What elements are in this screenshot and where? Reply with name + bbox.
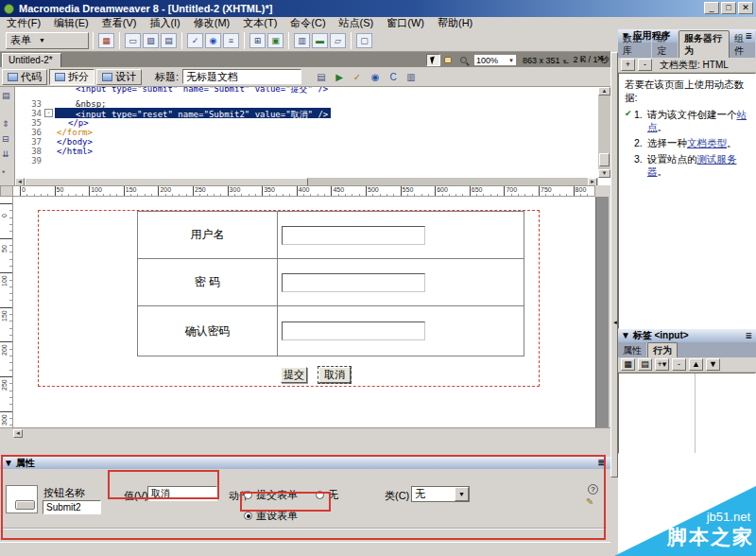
hand-tool-button[interactable] xyxy=(441,54,455,66)
code-horizontal-scrollbar[interactable]: ◄ ► xyxy=(15,178,598,185)
code-line[interactable]: <input type="reset" name="Submit2" value… xyxy=(76,109,328,121)
code-vertical-scrollbar[interactable]: ▲ ▼ xyxy=(598,87,610,178)
code-line[interactable]: </form> xyxy=(57,128,93,137)
panel-menu-icon[interactable]: ≣ xyxy=(745,331,752,340)
checkbox-icon[interactable]: ✓ xyxy=(187,33,203,48)
tab-服务器行为[interactable]: 服务器行为 xyxy=(679,30,730,58)
maximize-button[interactable]: □ xyxy=(721,2,736,14)
browser-check-icon[interactable]: ◉ xyxy=(368,70,383,84)
action-reset-radio[interactable]: 重设表单 xyxy=(244,509,298,523)
view-button-2[interactable]: 设计 xyxy=(96,69,142,85)
text-field-icon[interactable]: ▭ xyxy=(125,33,141,48)
scroll-right-icon[interactable]: ► xyxy=(588,178,597,185)
scroll-up-icon[interactable]: ▲ xyxy=(598,87,610,96)
view-options-icon[interactable]: ▥ xyxy=(404,70,419,84)
button-icon[interactable]: ▬ xyxy=(312,33,328,48)
refresh-icon[interactable]: C xyxy=(386,70,401,84)
show-set-events-icon[interactable]: ▦ xyxy=(621,358,635,371)
collapse-minus-icon[interactable]: - xyxy=(44,109,53,117)
code-scroll-thumb[interactable] xyxy=(599,153,610,166)
expand-all-icon[interactable]: ⇊ xyxy=(2,149,9,159)
design-view[interactable]: 用户名密 码确认密码 提交 取消 xyxy=(13,197,595,427)
fieldset-icon[interactable]: ▢ xyxy=(356,33,372,48)
label-icon[interactable]: ▱ xyxy=(330,33,346,48)
value-input[interactable] xyxy=(147,486,217,501)
file-field-icon[interactable]: ▥ xyxy=(294,33,310,48)
textarea-icon[interactable]: ▤ xyxy=(161,33,177,48)
menu-item-8[interactable]: 窗口(W) xyxy=(380,17,431,29)
text-input-design[interactable] xyxy=(282,273,425,292)
menu-item-9[interactable]: 帮助(H) xyxy=(431,17,479,29)
pointer-tool-button[interactable] xyxy=(426,54,440,66)
close-button[interactable]: ✕ xyxy=(738,2,753,14)
open-documents-icon[interactable]: ▤ xyxy=(2,91,10,100)
menu-item-2[interactable]: 查看(V) xyxy=(95,17,144,29)
view-button-0[interactable]: 代码 xyxy=(2,69,47,85)
step-link[interactable]: 文档类型 xyxy=(687,137,727,148)
code-hscroll-thumb[interactable] xyxy=(25,178,308,185)
design-horizontal-scrollbar[interactable]: ◄ xyxy=(0,427,610,437)
menu-item-6[interactable]: 命令(C) xyxy=(284,17,332,29)
file-management-icon[interactable]: ▤ xyxy=(314,70,329,84)
image-field-icon[interactable]: ▣ xyxy=(267,33,284,48)
dock-collapse-strip[interactable]: ◄ xyxy=(610,52,618,478)
view-button-1[interactable]: 拆分 xyxy=(49,69,94,85)
menu-item-1[interactable]: 编辑(E) xyxy=(47,17,95,29)
tab-数据库[interactable]: 数据库 xyxy=(618,31,652,58)
form-icon[interactable]: ▦ xyxy=(98,33,114,48)
tab-属性[interactable]: 属性 xyxy=(618,343,647,357)
chevron-down-icon[interactable]: ▼ xyxy=(455,487,469,501)
scroll-left-icon[interactable]: ◄ xyxy=(15,178,25,185)
scroll-down-icon[interactable]: ▼ xyxy=(598,169,610,178)
help-icon[interactable]: ? xyxy=(588,484,598,495)
menu-item-0[interactable]: 文件(F) xyxy=(0,17,47,29)
code-view[interactable]: ▤⇕⊟⇊* <input type="submit" name="Submit"… xyxy=(0,86,610,185)
collapse-selection-icon[interactable]: ⊟ xyxy=(2,134,9,144)
code-line[interactable]: </body> xyxy=(57,137,93,147)
menu-item-3[interactable]: 插入(I) xyxy=(143,17,186,29)
list-menu-icon[interactable]: ≡ xyxy=(223,33,239,48)
menu-item-7[interactable]: 站点(S) xyxy=(333,17,381,29)
tab-行为[interactable]: 行为 xyxy=(647,342,678,357)
tab-组件[interactable]: 组件 xyxy=(730,31,756,58)
quick-tag-edit-icon[interactable]: ✎ xyxy=(586,496,593,507)
hidden-field-icon[interactable]: ▨ xyxy=(143,33,159,48)
remove-behavior-button[interactable]: - xyxy=(638,59,652,71)
submit-button-design[interactable]: 提交 xyxy=(281,367,307,383)
zoom-tool-button[interactable] xyxy=(456,54,471,66)
add-behavior-button[interactable]: + xyxy=(621,59,635,71)
remove-behavior-button[interactable]: - xyxy=(672,358,686,371)
text-input-design[interactable] xyxy=(282,321,425,340)
class-dropdown[interactable]: 无 ▼ xyxy=(411,486,470,502)
show-all-events-icon[interactable]: ▤ xyxy=(638,358,652,371)
move-up-button[interactable]: ▲ xyxy=(689,358,703,371)
properties-panel-header[interactable]: ▼ 属性 ≣ xyxy=(0,457,610,469)
move-down-button[interactable]: ▼ xyxy=(706,358,720,371)
text-input-design[interactable] xyxy=(282,226,425,245)
radio-button-icon[interactable]: ◉ xyxy=(205,33,221,48)
document-title-input[interactable] xyxy=(182,69,301,84)
insert-category-dropdown[interactable]: 表单 ▼ xyxy=(6,32,89,49)
menu-item-5[interactable]: 文本(T) xyxy=(236,17,284,29)
code-line[interactable]: </html> xyxy=(57,147,93,156)
panel-menu-icon[interactable]: ≣ xyxy=(597,458,605,467)
tab-绑定[interactable]: 绑定 xyxy=(652,31,679,58)
jump-menu-icon[interactable]: ⊞ xyxy=(249,33,266,48)
action-none-radio[interactable]: 无 xyxy=(316,488,338,502)
action-submit-radio[interactable]: 提交表单 xyxy=(244,488,298,502)
button-name-input[interactable] xyxy=(43,500,101,514)
tag-panel-header[interactable]: ▼ 标签 <input> ≣ xyxy=(618,329,756,342)
design-vertical-scrollbar[interactable] xyxy=(595,197,609,427)
reference-icon[interactable]: * xyxy=(2,168,6,178)
validate-markup-icon[interactable]: ✓ xyxy=(350,70,365,84)
collapse-full-tag-icon[interactable]: ⇕ xyxy=(2,119,9,129)
preview-icon[interactable]: ▶ xyxy=(332,70,347,84)
cancel-button-design[interactable]: 取消 xyxy=(318,367,351,383)
window-size-dropdown[interactable]: 863 x 351▼ xyxy=(523,56,568,65)
zoom-level-dropdown[interactable]: 100% ▼ xyxy=(473,54,517,66)
document-tab[interactable]: Untitled-2* xyxy=(2,53,61,67)
menu-item-4[interactable]: 修改(M) xyxy=(187,17,237,29)
add-behavior-button[interactable]: +▾ xyxy=(655,358,669,371)
minimize-button[interactable]: _ xyxy=(704,2,719,14)
design-scroll-left-icon[interactable]: ◄ xyxy=(13,429,23,438)
